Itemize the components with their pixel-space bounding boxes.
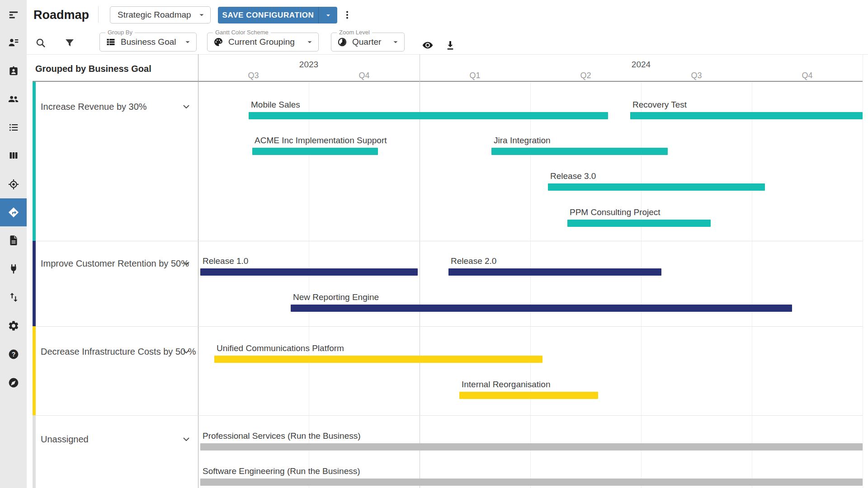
gantt-bar-label: Unified Communications Platform xyxy=(217,343,344,353)
gantt-bar[interactable] xyxy=(448,268,661,276)
quarter-gridline xyxy=(641,82,642,488)
zoom-level-select[interactable]: Zoom Level Quarter xyxy=(331,33,405,52)
gantt-bar-label: Software Engineering (Run the Business) xyxy=(203,466,360,476)
badge-icon xyxy=(8,65,19,77)
sidebar-item-list[interactable] xyxy=(0,113,27,141)
header-underline xyxy=(33,81,863,82)
collapse-group-button[interactable] xyxy=(181,258,192,269)
more-options-button[interactable] xyxy=(342,9,353,20)
gantt-bar[interactable] xyxy=(459,392,598,399)
gantt-bar-label: Jira Integration xyxy=(494,136,551,145)
export-button[interactable] xyxy=(444,39,456,51)
gantt-color-scheme-legend: Gantt Color Scheme xyxy=(213,29,271,36)
group-color-strip xyxy=(33,415,36,488)
sidebar-item-user-list[interactable] xyxy=(0,28,27,56)
gantt-bar[interactable] xyxy=(200,443,863,450)
save-configuration-label: SAVE CONFIGURATION xyxy=(218,11,318,20)
gantt-bar[interactable] xyxy=(252,148,378,155)
sidebar-item-target[interactable] xyxy=(0,170,27,198)
gantt-bar-label: Release 2.0 xyxy=(451,256,496,266)
logo-icon xyxy=(8,9,19,21)
target-icon xyxy=(8,178,19,190)
sidebar-item-import-export[interactable] xyxy=(0,283,27,311)
explore-icon xyxy=(8,377,19,389)
sidebar-item-explore[interactable] xyxy=(0,369,27,397)
gantt-bar[interactable] xyxy=(491,148,668,155)
group-separator xyxy=(33,241,863,241)
people-icon xyxy=(8,93,19,105)
gantt-bar[interactable] xyxy=(249,112,608,119)
gantt-bar-label: Release 3.0 xyxy=(550,171,596,181)
import-export-icon xyxy=(8,291,19,303)
quarter-gridline xyxy=(752,82,752,488)
gantt-bar-label: Release 1.0 xyxy=(203,256,248,266)
help-icon: ? xyxy=(8,348,19,360)
collapse-group-button[interactable] xyxy=(181,101,192,112)
chevron-down-icon xyxy=(183,37,193,47)
collapse-group-button[interactable] xyxy=(181,346,192,357)
chart-right-border xyxy=(863,54,863,488)
gantt-bar-label: Recovery Test xyxy=(632,100,687,109)
gantt-bar[interactable] xyxy=(567,220,711,227)
year-divider-line xyxy=(420,54,420,488)
timeline-quarter: Q3 xyxy=(641,71,752,80)
svg-text:?: ? xyxy=(11,351,15,358)
group-separator xyxy=(33,415,863,416)
chevron-down-icon xyxy=(181,258,192,269)
group-color-strip xyxy=(33,326,36,415)
timeline-year-2023: 2023 xyxy=(198,60,420,70)
sidebar-item-columns[interactable] xyxy=(0,141,27,169)
gantt-bar[interactable] xyxy=(291,305,792,312)
sidebar-item-settings[interactable] xyxy=(0,312,27,340)
gantt-bar[interactable] xyxy=(200,268,418,276)
gantt-bar[interactable] xyxy=(200,479,863,486)
preview-button[interactable] xyxy=(422,39,434,51)
gantt-bar-label: Internal Reorganisation xyxy=(462,380,550,389)
group-label: Unassigned xyxy=(41,433,89,445)
sidebar-item-help[interactable]: ? xyxy=(0,340,27,368)
sidebar-item-people[interactable] xyxy=(0,85,27,113)
roadmap-page: ? Roadmap Strategic Roadmap SAVE CONFIGU… xyxy=(0,0,868,488)
timeline-quarter: Q4 xyxy=(752,71,863,80)
group-label: Improve Customer Retention by 50% xyxy=(41,258,189,269)
download-icon xyxy=(444,39,456,51)
collapse-group-button[interactable] xyxy=(181,434,192,445)
gantt-bar[interactable] xyxy=(630,112,863,119)
sidebar-item-document[interactable] xyxy=(0,226,27,254)
filter-button[interactable] xyxy=(64,37,75,49)
zoom-level-legend: Zoom Level xyxy=(337,29,372,36)
gantt-color-scheme-select[interactable]: Gantt Color Scheme Current Grouping xyxy=(207,33,319,52)
group-by-select[interactable]: Group By Business Goal xyxy=(99,33,197,52)
configuration-select[interactable]: Strategic Roadmap xyxy=(110,6,211,23)
gantt-bar[interactable] xyxy=(214,356,542,363)
configuration-select-value: Strategic Roadmap xyxy=(110,10,191,20)
chevron-down-icon xyxy=(305,37,315,47)
settings-icon xyxy=(8,320,19,332)
sidebar-item-power[interactable] xyxy=(0,255,27,283)
save-options-dropdown[interactable] xyxy=(319,11,337,20)
zoom-level-value: Quarter xyxy=(352,37,381,47)
group-separator xyxy=(33,326,863,327)
sidebar-item-roadmap[interactable] xyxy=(0,198,27,226)
save-configuration-button[interactable]: SAVE CONFIGURATION xyxy=(218,7,337,23)
group-by-legend: Group By xyxy=(105,29,135,36)
sidebar-item-badge[interactable] xyxy=(0,57,27,85)
chevron-down-icon xyxy=(391,37,401,47)
sidebar-item-logo[interactable] xyxy=(0,1,27,29)
view-list-icon xyxy=(105,37,116,47)
title-divider xyxy=(98,6,99,23)
power-icon xyxy=(8,263,19,275)
gantt-bar-label: Professional Services (Run the Business) xyxy=(203,431,361,441)
directions-icon xyxy=(8,206,19,218)
search-icon xyxy=(35,37,47,49)
chevron-down-icon xyxy=(181,434,192,445)
search-button[interactable] xyxy=(35,37,47,49)
timeline-quarter: Q2 xyxy=(530,71,641,80)
group-color-strip xyxy=(33,82,36,241)
palette-icon xyxy=(213,37,224,47)
gantt-bar-label: New Reporting Engine xyxy=(293,292,379,302)
list-icon xyxy=(8,122,19,133)
group-color-strip xyxy=(33,241,36,326)
gantt-bar[interactable] xyxy=(548,183,765,191)
filter-icon xyxy=(64,37,75,49)
